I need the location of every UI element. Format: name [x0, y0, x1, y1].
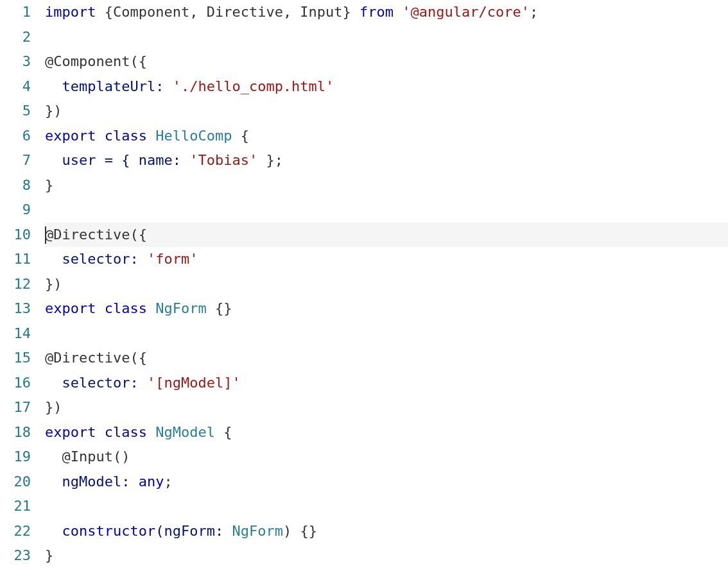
keyword-token: class — [105, 424, 147, 440]
string-token: 'Tobias' — [189, 152, 257, 168]
line-number: 6 — [0, 124, 31, 149]
text-token — [96, 300, 104, 316]
line-number: 5 — [0, 99, 31, 124]
keyword-token: any — [139, 473, 164, 490]
code-line[interactable]: templateUrl: './hello_comp.html' — [45, 74, 728, 99]
code-line[interactable]: } — [45, 173, 728, 198]
keyword-token: import — [45, 4, 96, 20]
code-line[interactable]: } — [45, 543, 728, 568]
keyword-token: constructor — [45, 523, 155, 539]
punct-token: {} — [207, 300, 232, 316]
code-line[interactable]: selector: '[ngModel]' — [45, 371, 728, 396]
line-number: 15 — [0, 346, 31, 371]
keyword-token: export — [45, 300, 96, 316]
code-line[interactable]: constructor(ngForm: NgForm) {} — [45, 519, 728, 544]
text-token — [147, 300, 155, 316]
punct-token: ; — [530, 4, 538, 20]
property-token: ngModel: — [45, 473, 139, 490]
code-line[interactable]: export class NgForm {} — [45, 296, 728, 321]
line-number: 13 — [0, 296, 31, 321]
class-token: NgForm — [232, 523, 282, 539]
punct-token: } — [45, 177, 53, 193]
punct-token: }) — [45, 276, 62, 292]
line-number: 12 — [0, 272, 31, 297]
punct-token: } — [45, 547, 53, 563]
code-line[interactable] — [45, 198, 728, 223]
text-token — [147, 128, 155, 144]
class-token: HelloComp — [155, 128, 232, 144]
punct-token: }) — [45, 103, 62, 119]
code-line[interactable]: @Input() — [45, 445, 728, 470]
line-number: 8 — [0, 173, 31, 198]
property-token: user = { name: — [45, 152, 189, 168]
code-line[interactable] — [45, 321, 728, 346]
code-line[interactable]: ngModel: any; — [45, 470, 728, 495]
punct-token: { — [232, 128, 249, 144]
code-line[interactable]: @Component({ — [45, 49, 728, 74]
line-number: 7 — [0, 148, 31, 173]
decorator-token: @Input — [45, 448, 113, 465]
code-line[interactable]: export class HelloComp { — [45, 124, 728, 149]
code-line[interactable]: }) — [45, 272, 728, 297]
class-token: NgModel — [155, 424, 215, 440]
text-token: {Component, Directive, Input} — [96, 4, 360, 20]
string-token: '[ngModel]' — [147, 375, 241, 391]
line-number: 9 — [0, 198, 31, 223]
punct-token: ({ — [130, 53, 147, 69]
keyword-token: export — [45, 424, 96, 440]
keyword-token: class — [105, 128, 147, 144]
line-number: 1 — [0, 0, 31, 25]
keyword-token: export — [45, 128, 96, 144]
decorator-token: @Directive — [45, 226, 130, 243]
punct-token: ) {} — [283, 523, 317, 539]
code-line-active[interactable]: @Directive({ — [45, 223, 728, 248]
punct-token: ; — [164, 473, 172, 490]
line-number: 23 — [0, 543, 31, 568]
line-number: 11 — [0, 247, 31, 272]
code-line[interactable] — [45, 494, 728, 519]
code-line[interactable]: }) — [45, 99, 728, 124]
punct-token: }; — [257, 152, 283, 168]
line-number: 4 — [0, 74, 31, 99]
code-line[interactable]: import {Component, Directive, Input} fro… — [45, 0, 728, 25]
text-token — [96, 128, 104, 144]
line-number: 14 — [0, 321, 31, 346]
code-line[interactable]: user = { name: 'Tobias' }; — [45, 148, 728, 173]
code-line[interactable]: }) — [45, 395, 728, 420]
line-number: 3 — [0, 49, 31, 74]
string-token: './hello_comp.html' — [173, 78, 334, 94]
line-number: 21 — [0, 494, 31, 519]
line-number: 2 — [0, 25, 31, 50]
keyword-token: from — [360, 4, 394, 20]
decorator-token: @Component — [45, 53, 130, 69]
line-number: 17 — [0, 395, 31, 420]
punct-token: () — [113, 448, 130, 465]
code-line[interactable] — [45, 25, 728, 50]
code-area[interactable]: import {Component, Directive, Input} fro… — [45, 0, 728, 568]
keyword-token: class — [105, 300, 147, 316]
code-editor[interactable]: 1 2 3 4 5 6 7 8 9 10 11 12 13 14 15 16 1… — [0, 0, 728, 568]
code-line[interactable]: selector: 'form' — [45, 247, 728, 272]
property-token: selector: — [45, 375, 147, 391]
line-number: 10 — [0, 223, 31, 248]
property-token: selector: — [45, 251, 147, 267]
line-number: 20 — [0, 470, 31, 495]
line-number: 16 — [0, 371, 31, 396]
property-token: (ngForm: — [155, 523, 232, 539]
text-token — [147, 424, 155, 440]
string-token: 'form' — [147, 251, 198, 267]
text-cursor-icon — [45, 226, 46, 243]
line-number-gutter: 1 2 3 4 5 6 7 8 9 10 11 12 13 14 15 16 1… — [0, 0, 45, 568]
code-line[interactable]: export class NgModel { — [45, 420, 728, 445]
line-number: 22 — [0, 519, 31, 544]
class-token: NgForm — [155, 300, 206, 316]
punct-token: ({ — [130, 350, 147, 366]
text-token — [96, 424, 104, 440]
punct-token: ({ — [130, 226, 147, 243]
punct-token: }) — [45, 399, 62, 415]
line-number: 18 — [0, 420, 31, 445]
string-token: '@angular/core' — [402, 4, 530, 20]
punct-token: { — [215, 424, 232, 440]
code-line[interactable]: @Directive({ — [45, 346, 728, 371]
property-token: templateUrl: — [45, 78, 173, 94]
